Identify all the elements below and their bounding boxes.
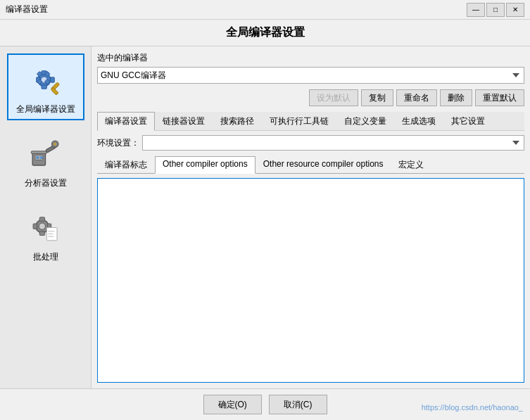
- environment-label: 环境设置：: [97, 137, 139, 149]
- compiler-select[interactable]: GNU GCC编译器: [97, 67, 524, 84]
- bottom-buttons: 确定(O) 取消(C): [0, 388, 530, 420]
- maximize-button[interactable]: □: [486, 3, 505, 17]
- svg-rect-29: [48, 236, 53, 236]
- textarea-wrapper: [97, 178, 524, 383]
- global-compiler-icon: [25, 58, 67, 101]
- main-tabs-row: 编译器设置 链接器设置 搜索路径 可执行行工具链 自定义变量 生成选项 其它设置: [97, 112, 524, 131]
- compiler-section-label: 选中的编译器: [97, 52, 524, 64]
- svg-rect-28: [48, 233, 53, 234]
- batch-icon: [25, 206, 67, 248]
- title-bar-controls: — □ ✕: [467, 3, 524, 17]
- content-area: 全局编译器设置: [0, 46, 530, 388]
- options-textarea[interactable]: [97, 178, 524, 383]
- copy-button[interactable]: 复制: [361, 89, 393, 106]
- sidebar-item-batch[interactable]: 批处理: [7, 201, 84, 268]
- set-default-button[interactable]: 设为默认: [309, 89, 358, 106]
- svg-rect-23: [39, 231, 44, 236]
- svg-rect-27: [48, 231, 54, 231]
- sidebar-item-global-compiler[interactable]: 全局编译器设置: [7, 53, 84, 120]
- sidebar-item-batch-label: 批处理: [33, 251, 58, 263]
- title-bar-text: 编译器设置: [6, 4, 48, 15]
- sub-tab-macros[interactable]: 宏定义: [391, 156, 431, 173]
- sidebar: 全局编译器设置: [0, 46, 92, 388]
- svg-point-19: [53, 142, 56, 145]
- right-panel: 选中的编译器 GNU GCC编译器 设为默认 复制 重命名 删除 重置默认 编译…: [92, 46, 530, 388]
- minimize-button[interactable]: —: [467, 3, 485, 17]
- cancel-button[interactable]: 取消(C): [269, 395, 327, 414]
- compiler-section: 选中的编译器 GNU GCC编译器: [97, 52, 524, 84]
- sidebar-item-analyzer[interactable]: 分析器设置: [7, 127, 84, 194]
- tab-build-options[interactable]: 生成选项: [394, 112, 443, 130]
- confirm-button[interactable]: 确定(O): [203, 395, 262, 414]
- environment-row: 环境设置：: [97, 135, 524, 151]
- tab-executable-chain[interactable]: 可执行行工具链: [262, 112, 336, 130]
- sidebar-item-analyzer-label: 分析器设置: [25, 177, 67, 189]
- analyzer-icon: [25, 132, 67, 174]
- action-buttons: 设为默认 复制 重命名 删除 重置默认: [97, 89, 524, 106]
- tab-linker-settings[interactable]: 链接器设置: [155, 112, 213, 130]
- tab-search-path[interactable]: 搜索路径: [213, 112, 262, 130]
- svg-rect-3: [42, 84, 46, 89]
- sub-tabs-row: 编译器标志 Other compiler options Other resou…: [97, 156, 524, 174]
- tab-custom-vars[interactable]: 自定义变量: [336, 112, 394, 130]
- sidebar-item-global-compiler-label: 全局编译器设置: [16, 103, 75, 115]
- delete-button[interactable]: 删除: [440, 89, 472, 106]
- tab-compiler-settings[interactable]: 编译器设置: [97, 112, 155, 131]
- compiler-select-row: GNU GCC编译器: [97, 67, 524, 84]
- sub-tab-other-resource-options[interactable]: Other resource compiler options: [255, 156, 391, 173]
- svg-rect-14: [37, 156, 39, 159]
- svg-rect-16: [31, 151, 46, 153]
- reset-default-button[interactable]: 重置默认: [475, 89, 524, 106]
- window-title: 全局编译器设置: [0, 20, 530, 46]
- svg-rect-11: [51, 87, 58, 95]
- sub-tab-other-compiler-options[interactable]: Other compiler options: [155, 156, 255, 174]
- svg-rect-24: [33, 224, 37, 229]
- svg-rect-22: [39, 217, 44, 221]
- svg-point-21: [39, 223, 45, 229]
- svg-rect-5: [51, 77, 55, 82]
- close-button[interactable]: ✕: [506, 3, 524, 17]
- rename-button[interactable]: 重命名: [396, 89, 437, 106]
- svg-rect-15: [40, 156, 43, 159]
- sub-tab-compiler-flags[interactable]: 编译器标志: [97, 156, 155, 173]
- main-window: 全局编译器设置: [0, 20, 530, 420]
- tab-other-settings[interactable]: 其它设置: [443, 112, 493, 130]
- environment-select[interactable]: [142, 135, 524, 151]
- title-bar: 编译器设置 — □ ✕: [0, 0, 530, 20]
